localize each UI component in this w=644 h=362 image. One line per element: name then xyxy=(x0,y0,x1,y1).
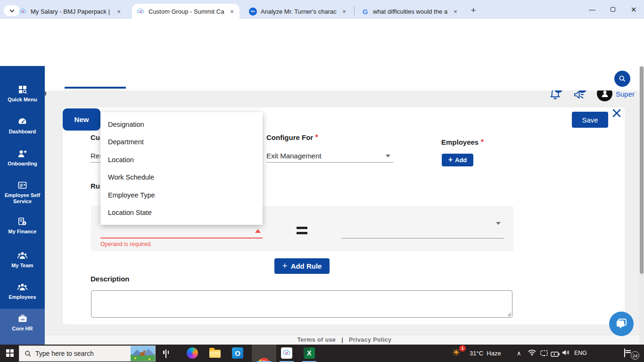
finance-icon xyxy=(17,217,27,226)
wifi-icon[interactable] xyxy=(528,349,536,358)
sidebar-item-my-finance[interactable]: My Finance xyxy=(0,217,45,235)
sidebar-item-quick-menu[interactable]: Quick Menu xyxy=(0,85,45,103)
browser-urlbar: ← → ↻ inddemo.hrapp.co/in/core-hr/custom… xyxy=(0,19,644,40)
language-indicator[interactable]: ENG xyxy=(574,350,587,356)
weather-temperature[interactable]: 31°C Haze xyxy=(470,350,501,357)
chat-widget-button[interactable] xyxy=(609,312,634,336)
start-button-icon[interactable] xyxy=(6,349,14,357)
outlook-icon[interactable]: O xyxy=(232,347,243,359)
window-close-button[interactable]: × xyxy=(623,0,644,19)
copilot-icon[interactable] xyxy=(187,347,198,359)
chat-bubble-icon xyxy=(615,318,627,329)
required-asterisk: * xyxy=(481,138,484,146)
privacy-link[interactable]: Privacy Policy xyxy=(349,337,391,343)
taskbar-search-placeholder: Type here to search xyxy=(35,350,131,357)
new-tab-button[interactable]: + xyxy=(468,5,479,16)
configure-for-caret-icon[interactable] xyxy=(386,155,390,157)
new-badge: New xyxy=(63,108,100,131)
value-select-caret-icon[interactable] xyxy=(496,222,501,225)
tab-title: what difficulties would the auth xyxy=(373,8,448,15)
required-asterisk: * xyxy=(315,133,318,141)
dropdown-option-department[interactable]: Department xyxy=(100,133,263,151)
id-card-icon xyxy=(17,181,27,190)
sidebar-item-employee-self-service[interactable]: Employee Self Service xyxy=(0,181,45,205)
save-button[interactable]: Save xyxy=(572,112,608,128)
add-rule-label: Add Rule xyxy=(291,262,322,270)
description-label: Description xyxy=(91,275,130,283)
quick-menu-icon xyxy=(18,85,27,94)
browser-tab-2-active[interactable]: Custom Group - Summit Capita × xyxy=(132,4,239,19)
configure-for-select-value[interactable]: Exit Management xyxy=(266,152,322,160)
svg-text:HR: HR xyxy=(20,318,25,321)
close-tab-icon[interactable]: × xyxy=(115,8,123,15)
employees-label: Employees xyxy=(441,138,479,146)
browser-tab-1[interactable]: My Salary - BMJ Paperpack | HR × xyxy=(14,4,126,19)
weather-condition: Haze xyxy=(487,350,501,357)
windows-taskbar: Type here to search O X ☀ 31°C Haze ∧ xyxy=(0,345,644,362)
description-textarea[interactable] xyxy=(91,290,512,318)
sidebar-item-my-team[interactable]: My Team xyxy=(0,251,45,269)
sidebar-item-employees[interactable]: Employees xyxy=(0,282,45,300)
tab-title: Analyze Mr. Turner's character a xyxy=(261,8,337,15)
hrapp-favicon-icon xyxy=(19,8,27,16)
weather-alert-badge: 1 xyxy=(459,345,466,352)
close-tab-icon[interactable]: × xyxy=(340,8,348,15)
maximize-icon xyxy=(611,7,615,12)
cast-screen-icon[interactable] xyxy=(540,350,548,358)
battery-icon[interactable] xyxy=(551,350,560,359)
equals-operator xyxy=(297,227,307,234)
taskbar-search-box[interactable]: Type here to search xyxy=(19,346,156,362)
dropdown-option-location-state[interactable]: Location State xyxy=(100,204,263,222)
page-tab-bar: Custom Group Holidays Document Subtype xyxy=(45,66,644,90)
page-footer: Terms of use | Privacy Policy xyxy=(45,335,644,345)
browser-tab-3[interactable]: filo Analyze Mr. Turner's character a × xyxy=(244,4,352,19)
close-tab-icon[interactable]: × xyxy=(228,8,236,15)
filo-favicon-icon: filo xyxy=(249,8,257,16)
dropdown-option-work-schedule[interactable]: Work Schedule xyxy=(100,169,263,187)
dashboard-icon xyxy=(17,117,27,126)
browser-tabstrip: My Salary - BMJ Paperpack | HR × Custom … xyxy=(0,0,644,19)
sidebar-item-onboarding[interactable]: Onboarding xyxy=(0,149,45,167)
footer-divider: | xyxy=(341,337,343,343)
sidebar-item-core-hr[interactable]: HR Core HR xyxy=(0,314,45,332)
sidebar-item-dashboard[interactable]: Dashboard xyxy=(0,117,45,135)
excel-icon[interactable]: X xyxy=(304,347,315,359)
value-select-underline xyxy=(341,238,504,239)
dropdown-option-employee-type[interactable]: Employee Type xyxy=(100,186,263,204)
team-icon xyxy=(17,251,28,260)
active-tab-underline xyxy=(65,87,126,89)
task-view-icon[interactable] xyxy=(165,350,166,358)
sidebar: Quick Menu Dashboard Onboarding Employee… xyxy=(0,66,45,345)
user-name[interactable]: Super xyxy=(616,90,635,98)
tab-title: My Salary - BMJ Paperpack | HR xyxy=(31,8,111,15)
employees-label-wrap: Employees * xyxy=(441,138,484,147)
operand-caret-up-icon[interactable] xyxy=(255,229,261,233)
page-search-button[interactable] xyxy=(614,71,630,87)
value-select[interactable] xyxy=(341,217,504,238)
search-icon xyxy=(25,350,32,357)
close-tab-icon[interactable]: × xyxy=(452,8,459,15)
page-scrollbar-thumb[interactable] xyxy=(640,66,644,274)
browser-tab-4[interactable]: G what difficulties would the auth × xyxy=(356,4,463,19)
window-maximize-button[interactable] xyxy=(603,0,623,19)
add-employees-button[interactable]: + Add xyxy=(442,154,473,166)
core-hr-briefcase-icon: HR xyxy=(17,314,28,323)
window-minimize-button[interactable]: — xyxy=(582,0,603,19)
notification-center-icon[interactable] xyxy=(624,349,625,357)
close-form-icon[interactable] xyxy=(611,108,623,119)
volume-icon[interactable] xyxy=(562,349,570,358)
terms-link[interactable]: Terms of use xyxy=(297,337,336,343)
add-rule-button[interactable]: + Add Rule xyxy=(274,258,330,274)
notification-count-badge: 24 xyxy=(631,351,639,360)
hrapp-taskbar-icon[interactable] xyxy=(281,347,292,359)
employees-icon xyxy=(17,282,28,292)
search-highlight-image[interactable] xyxy=(131,346,155,361)
tab-title: Custom Group - Summit Capita xyxy=(149,8,224,15)
file-explorer-icon[interactable] xyxy=(209,350,221,358)
resize-grip[interactable] xyxy=(507,312,511,316)
dropdown-option-location[interactable]: Location xyxy=(100,151,263,169)
onboarding-icon xyxy=(17,149,27,158)
plus-icon: + xyxy=(282,261,288,271)
dropdown-option-designation[interactable]: Designation xyxy=(100,115,263,133)
tray-expand-caret-icon[interactable]: ∧ xyxy=(517,350,521,357)
